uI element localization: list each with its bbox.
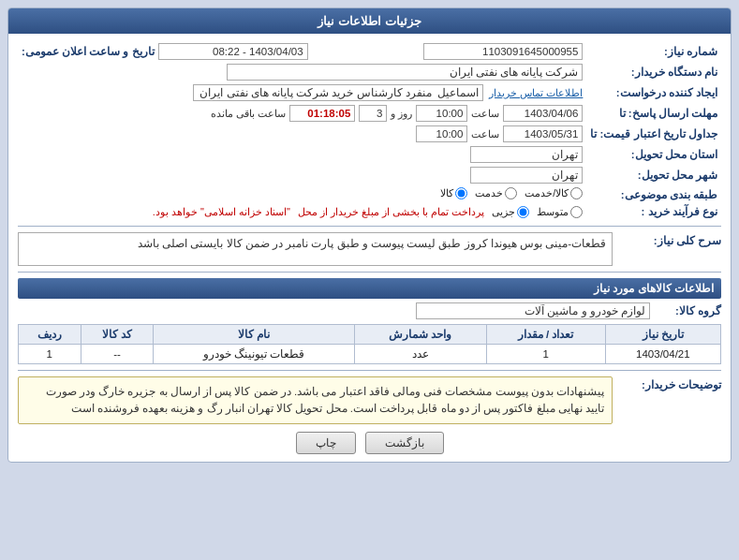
value-shomare-niaz: تاریخ و ساعت اعلان عمومی: xyxy=(18,41,586,62)
mohlat-row: ساعت روز و ساعت باقی مانده xyxy=(22,105,583,122)
value-ijad: اطلاعات تماس خریدار xyxy=(18,82,586,103)
label-jozvi: جزیی xyxy=(492,206,515,218)
label-kala: کالا xyxy=(440,187,453,199)
cell-vahed: عدد xyxy=(355,345,487,364)
jadval-date[interactable] xyxy=(503,125,583,142)
value-tabaghe: کالا/خدمت خدمت کالا xyxy=(18,185,586,203)
row-tabaghe: طبقه بندی موضوعی: کالا/خدمت خدمت xyxy=(18,185,721,203)
label-tabaghe: طبقه بندی موضوعی: xyxy=(586,185,721,203)
label-shahr: شهر محل تحویل: xyxy=(586,165,721,185)
table-row: 1403/04/21 1 عدد قطعات تیونینگ خودرو -- … xyxy=(19,345,721,364)
print-button[interactable]: چاپ xyxy=(296,432,356,454)
tozihat-value: پیشنهادات بدون پیوست مشخصات فنی ومالی فا… xyxy=(18,376,613,424)
divider-1 xyxy=(18,226,721,227)
ostan-input[interactable] xyxy=(470,146,583,163)
asnad-text: "اسناد خزانه اسلامی" خواهد بود. xyxy=(153,206,290,218)
farayand-row: متوسط جزیی پرداخت تمام با بخشی از مبلغ خ… xyxy=(22,206,583,218)
section-ettelaat: اطلاعات کالاهای مورد نیاز xyxy=(18,278,721,299)
main-card: جزئیات اطلاعات نیاز شماره نیاز: xyxy=(7,7,732,463)
grohe-input[interactable] xyxy=(416,302,650,319)
row-mohlat: مهلت ارسال پاسخ: تا ساعت روز و ساعت باقی… xyxy=(18,103,721,124)
th-tarikh-niaz: تاریخ نیاز xyxy=(605,325,720,345)
radio-jozvi[interactable]: جزیی xyxy=(492,206,529,218)
card-header: جزئیات اطلاعات نیاز xyxy=(8,8,731,34)
row-ostan: استان محل تحویل: xyxy=(18,144,721,165)
sarh-section: سرح کلی نیاز: قطعات-مینی بوس هیوندا کروز… xyxy=(18,232,721,266)
sarh-value: قطعات-مینی بوس هیوندا کروز طبق لیست پیوس… xyxy=(18,232,613,266)
cell-tedad: 1 xyxy=(486,345,605,364)
value-noe-farayand: متوسط جزیی پرداخت تمام با بخشی از مبلغ خ… xyxy=(18,203,586,220)
radio-motevaset[interactable]: متوسط xyxy=(537,206,583,218)
label-nam-dastgah: نام دستگاه خریدار: xyxy=(586,62,721,82)
th-kod-kala: کد کالا xyxy=(81,325,154,345)
radio-kala-input[interactable] xyxy=(455,187,467,199)
label-grohe: گروه کالا: xyxy=(656,304,721,317)
radio-khadamat-input[interactable] xyxy=(505,187,517,199)
cell-kod-kala: -- xyxy=(81,345,154,364)
sarh-value-wrapper: قطعات-مینی بوس هیوندا کروز طبق لیست پیوس… xyxy=(18,232,613,266)
label-kala-khadamat: کالا/خدمت xyxy=(525,187,569,199)
radio-khadamat[interactable]: خدمت xyxy=(475,187,517,199)
row-jadval: جداول تاریخ اعتبار قیمت: تا ساعت xyxy=(18,124,721,144)
page-title: جزئیات اطلاعات نیاز xyxy=(318,14,421,28)
label-saat: ساعت xyxy=(471,108,499,120)
value-mohlat: ساعت روز و ساعت باقی مانده xyxy=(18,103,586,124)
radio-kala-khadamat-input[interactable] xyxy=(570,187,583,199)
value-nam-dastgah xyxy=(18,62,586,82)
jadval-time[interactable] xyxy=(416,125,467,142)
mohlat-day[interactable] xyxy=(359,105,387,122)
label-noe-farayand: نوع فرآیند خرید : xyxy=(586,203,721,220)
label-baghimande: ساعت باقی مانده xyxy=(211,108,286,120)
cell-radif: 1 xyxy=(19,345,81,364)
radio-kala-khadamat[interactable]: کالا/خدمت xyxy=(525,187,583,199)
label-jadval-saat: ساعت xyxy=(471,128,499,140)
label-mohlat: مهلت ارسال پاسخ: تا xyxy=(586,103,721,124)
row-shahr: شهر محل تحویل: xyxy=(18,165,721,185)
grohe-row: گروه کالا: xyxy=(18,302,721,319)
shahr-input[interactable] xyxy=(470,167,583,184)
ijad-link[interactable]: اطلاعات تماس خریدار xyxy=(489,87,583,99)
radio-jozvi-input[interactable] xyxy=(517,206,529,218)
table-header-row: تاریخ نیاز تعداد / مقدار واحد شمارش نام … xyxy=(19,325,721,345)
items-table: تاریخ نیاز تعداد / مقدار واحد شمارش نام … xyxy=(18,324,721,364)
divider-2 xyxy=(18,272,721,273)
radio-motevaset-input[interactable] xyxy=(570,206,583,218)
mohlat-time[interactable] xyxy=(416,105,467,122)
sarh-row: سرح کلی نیاز: قطعات-مینی بوس هیوندا کروز… xyxy=(18,232,721,266)
th-nam-kala: نام کالا xyxy=(154,325,355,345)
nam-dastgah-input[interactable] xyxy=(227,64,583,81)
cell-tarikh: 1403/04/21 xyxy=(605,345,720,364)
card-body: شماره نیاز: تاریخ و ساعت اعلان عمومی: xyxy=(8,34,731,462)
tozihat-section: توضیحات خریدار: پیشنهادات بدون پیوست مشخ… xyxy=(18,376,721,424)
mohlat-date[interactable] xyxy=(503,105,583,122)
value-shahr xyxy=(18,165,586,185)
value-jadval: ساعت xyxy=(18,124,586,144)
label-shomare-niaz: شماره نیاز: xyxy=(586,41,721,62)
label-khadamat: خدمت xyxy=(475,187,503,199)
th-vahed: واحد شمارش xyxy=(355,325,487,345)
label-sarh: سرح کلی نیاز: xyxy=(618,232,721,247)
label-jadval: جداول تاریخ اعتبار قیمت: تا xyxy=(586,124,721,144)
th-radif: ردیف xyxy=(19,325,81,345)
mohlat-remaining[interactable] xyxy=(289,105,355,122)
value-ostan xyxy=(18,144,586,165)
label-tozihat: توضیحات خریدار: xyxy=(618,376,721,391)
tarikh-elan-input[interactable] xyxy=(158,43,308,60)
jadval-row: ساعت xyxy=(22,125,583,142)
radio-kala[interactable]: کالا xyxy=(440,187,467,199)
ijad-input[interactable] xyxy=(193,84,483,101)
th-tedad: تعداد / مقدار xyxy=(486,325,605,345)
row-nam-dastgah: نام دستگاه خریدار: xyxy=(18,62,721,82)
tozihat-value-wrapper: پیشنهادات بدون پیوست مشخصات فنی ومالی فا… xyxy=(18,376,613,424)
page-wrapper: جزئیات اطلاعات نیاز شماره نیاز: xyxy=(0,0,739,560)
divider-3 xyxy=(18,370,721,371)
back-button[interactable]: بازگشت xyxy=(365,432,444,454)
label-ijad: ایجاد کننده درخواست: xyxy=(586,82,721,103)
shomare-two-col: تاریخ و ساعت اعلان عمومی: xyxy=(22,43,583,60)
shomare-left: تاریخ و ساعت اعلان عمومی: xyxy=(22,43,308,60)
info-grid: شماره نیاز: تاریخ و ساعت اعلان عمومی: xyxy=(18,41,721,220)
pardakht-text: پرداخت تمام با بخشی از مبلغ خریدار از مح… xyxy=(298,206,484,218)
shomare-niaz-input[interactable] xyxy=(423,43,583,60)
cell-nam-kala: قطعات تیونینگ خودرو xyxy=(154,345,355,364)
label-ostan: استان محل تحویل: xyxy=(586,144,721,165)
